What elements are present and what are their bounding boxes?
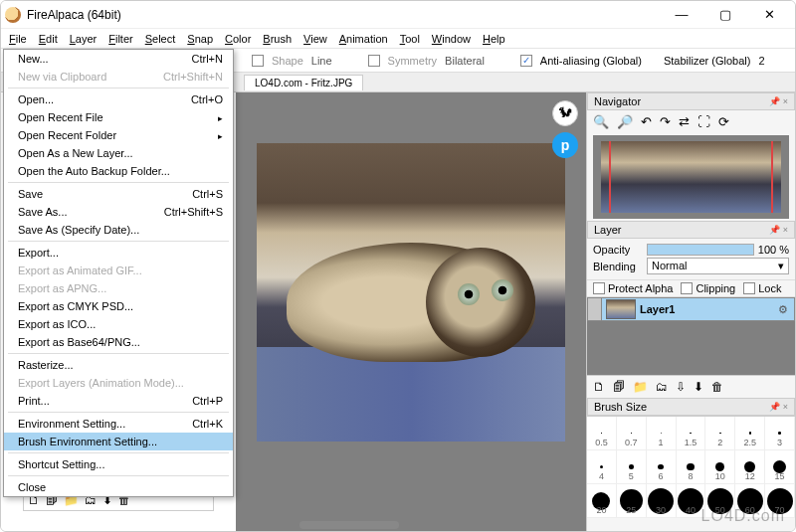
file-menu-item[interactable]: Export as CMYK PSD...: [4, 297, 233, 315]
zoom-in-icon[interactable]: 🔍: [593, 114, 609, 129]
layer-header[interactable]: Layer 📌 ×: [587, 221, 795, 239]
stabilizer-value[interactable]: 2: [758, 55, 764, 67]
file-menu-item[interactable]: Open As a New Layer...: [4, 144, 233, 162]
file-menu-item[interactable]: Open the Auto Backup Folder...: [4, 162, 233, 180]
brush-size-cell[interactable]: 15: [765, 450, 795, 484]
file-menu-item[interactable]: Export as Base64/PNG...: [4, 333, 233, 351]
file-menu-item[interactable]: Open Recent Folder: [4, 126, 233, 144]
duplicate-layer-icon[interactable]: 🗐: [613, 380, 625, 394]
reset-icon[interactable]: ⟳: [718, 114, 729, 129]
clipping-checkbox[interactable]: Clipping: [681, 282, 735, 294]
file-menu-item[interactable]: Brush Environment Setting...: [4, 433, 233, 450]
symmetry-checkbox[interactable]: [368, 55, 380, 67]
rotate-ccw-icon[interactable]: ↶: [641, 114, 652, 129]
brush-size-cell[interactable]: 6: [647, 450, 677, 484]
close-button[interactable]: ✕: [747, 1, 791, 29]
file-menu-item[interactable]: Export as ICO...: [4, 315, 233, 333]
file-menu-item: Export as Animated GIF...: [4, 262, 233, 279]
shape-value[interactable]: Line: [311, 55, 332, 67]
rotate-cw-icon[interactable]: ↷: [660, 114, 671, 129]
menu-layer[interactable]: Layer: [64, 31, 103, 47]
file-menu-item[interactable]: Environment Setting...Ctrl+K: [4, 415, 233, 433]
pixiv-badge-icon[interactable]: p: [552, 132, 578, 158]
menu-file[interactable]: File: [3, 31, 33, 47]
blending-select[interactable]: Normal ▾: [647, 258, 789, 274]
menu-view[interactable]: View: [298, 31, 333, 47]
pin-icon[interactable]: 📌 ×: [769, 402, 788, 412]
flip-h-icon[interactable]: ⇄: [679, 114, 690, 129]
file-menu-item[interactable]: Rasterize...: [4, 356, 233, 374]
pin-icon[interactable]: 📌 ×: [769, 96, 788, 106]
menu-color[interactable]: Color: [219, 31, 257, 47]
brush-size-cell[interactable]: 1.5: [677, 417, 706, 450]
layer-folder-icon[interactable]: 📁: [633, 380, 648, 394]
horizontal-scrollbar[interactable]: [299, 521, 399, 529]
layer-group-icon[interactable]: 🗂: [656, 380, 668, 394]
file-menu-item[interactable]: Save As...Ctrl+Shift+S: [4, 203, 233, 221]
navigator-header[interactable]: Navigator 📌 ×: [587, 92, 795, 110]
opacity-label: Opacity: [593, 244, 643, 256]
menu-brush[interactable]: Brush: [257, 31, 298, 47]
layer-thumbnail: [606, 299, 636, 319]
menu-select[interactable]: Select: [139, 31, 182, 47]
layer-toolbar: 🗋 🗐 📁 🗂 ⇩ ⬇ 🗑: [587, 375, 795, 398]
lock-checkbox[interactable]: Lock: [743, 282, 781, 294]
file-menu-item[interactable]: Shortcut Setting...: [4, 455, 233, 473]
file-menu-item[interactable]: Export...: [4, 244, 233, 262]
brush-size-cell[interactable]: 12: [735, 450, 765, 484]
brush-size-cell[interactable]: 20: [587, 484, 617, 518]
canvas-image[interactable]: [257, 143, 565, 442]
menu-help[interactable]: Help: [477, 31, 511, 47]
new-layer-icon[interactable]: 🗋: [593, 380, 605, 394]
firealpaca-badge-icon[interactable]: [552, 100, 578, 126]
canvas-area[interactable]: p: [236, 92, 586, 531]
file-menu-item[interactable]: Open...Ctrl+O: [4, 90, 233, 108]
window-title: FireAlpaca (64bit): [27, 8, 660, 22]
file-menu-item[interactable]: New...Ctrl+N: [4, 50, 233, 68]
navigator-thumbnail[interactable]: [593, 135, 789, 219]
minimize-button[interactable]: —: [660, 1, 703, 29]
antialiasing-checkbox[interactable]: [520, 55, 532, 67]
pin-icon[interactable]: 📌 ×: [769, 225, 788, 235]
file-menu-item[interactable]: Close: [4, 478, 233, 496]
file-menu-item: New via ClipboardCtrl+Shift+N: [4, 68, 233, 86]
maximize-button[interactable]: ▢: [703, 1, 747, 29]
file-menu-item[interactable]: SaveCtrl+S: [4, 185, 233, 203]
merge-down-icon[interactable]: ⇩: [676, 380, 686, 394]
brush-size-cell[interactable]: 0.5: [587, 417, 617, 450]
brush-size-cell[interactable]: 25: [617, 484, 647, 518]
brush-size-cell[interactable]: 1: [647, 417, 677, 450]
brush-size-cell[interactable]: 8: [677, 450, 706, 484]
brush-size-cell[interactable]: 2.5: [735, 417, 765, 450]
menu-filter[interactable]: Filter: [102, 31, 138, 47]
brush-size-cell[interactable]: 5: [617, 450, 647, 484]
fit-icon[interactable]: ⛶: [697, 114, 710, 129]
gear-icon[interactable]: ⚙: [772, 303, 794, 316]
brush-size-cell[interactable]: 4: [587, 450, 617, 484]
menu-tool[interactable]: Tool: [394, 31, 426, 47]
menu-edit[interactable]: Edit: [33, 31, 64, 47]
menu-window[interactable]: Window: [426, 31, 477, 47]
brush-size-cell[interactable]: 3: [765, 417, 795, 450]
menu-animation[interactable]: Animation: [333, 31, 394, 47]
document-tab[interactable]: LO4D.com - Fritz.JPG: [244, 75, 363, 90]
protect-alpha-checkbox[interactable]: Protect Alpha: [593, 282, 673, 294]
brush-size-cell[interactable]: 10: [705, 450, 735, 484]
layer-item[interactable]: Layer1 ⚙: [587, 297, 795, 321]
blending-value: Normal: [652, 260, 687, 272]
menu-snap[interactable]: Snap: [181, 31, 219, 47]
brush-size-header[interactable]: Brush Size 📌 ×: [587, 398, 795, 416]
navigator-tools: 🔍 🔎 ↶ ↷ ⇄ ⛶ ⟳: [587, 110, 795, 133]
shape-checkbox[interactable]: [252, 55, 264, 67]
brush-size-cell[interactable]: 2: [705, 417, 735, 450]
opacity-slider[interactable]: [647, 244, 754, 256]
brush-size-cell[interactable]: 0.7: [617, 417, 647, 450]
brush-size-cell[interactable]: 30: [647, 484, 677, 518]
zoom-out-icon[interactable]: 🔎: [617, 114, 633, 129]
file-menu-item[interactable]: Open Recent File: [4, 108, 233, 126]
file-menu-item[interactable]: Print...Ctrl+P: [4, 392, 233, 410]
file-menu-item[interactable]: Save As (Specify Date)...: [4, 221, 233, 239]
symmetry-value[interactable]: Bilateral: [445, 55, 485, 67]
layer-import-icon[interactable]: ⬇: [694, 380, 703, 394]
delete-layer-icon[interactable]: 🗑: [711, 380, 723, 394]
